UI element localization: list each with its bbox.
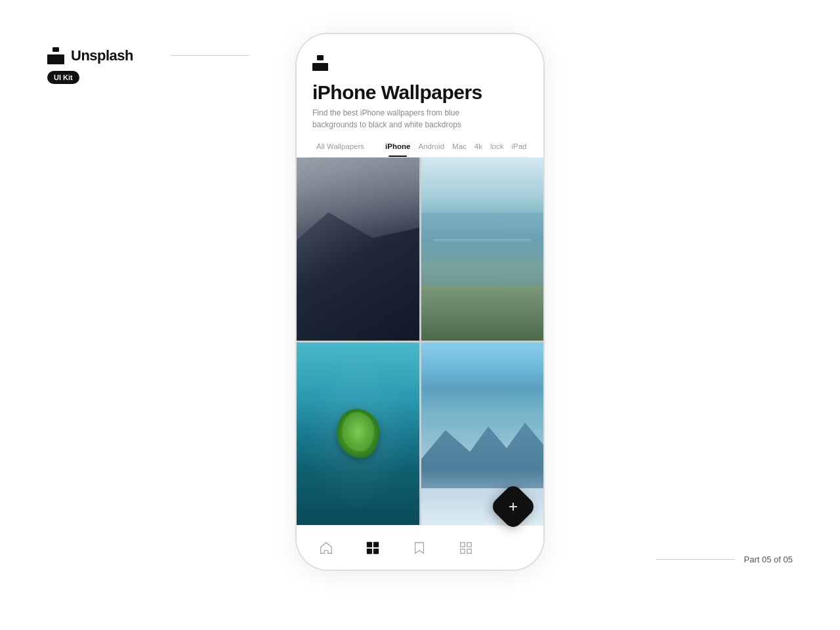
svg-rect-10 <box>461 549 465 553</box>
image-island <box>297 343 419 526</box>
tab-ipad[interactable]: iPad <box>507 142 530 157</box>
grid-cell-building[interactable] <box>297 158 419 341</box>
svg-rect-2 <box>317 55 324 60</box>
image-lake <box>421 158 544 341</box>
svg-rect-1 <box>47 54 64 64</box>
tab-android[interactable]: Android <box>414 142 448 157</box>
phone-container: iPhone Wallpapers Find the best iPhone w… <box>295 33 545 571</box>
nav-grid[interactable] <box>450 532 482 564</box>
svg-rect-4 <box>367 541 372 547</box>
fab-plus-icon: + <box>509 499 518 514</box>
collections-icon <box>366 541 380 555</box>
bottom-nav <box>297 525 543 570</box>
brand-divider <box>171 55 249 56</box>
svg-rect-0 <box>52 47 59 52</box>
image-grid <box>297 158 543 525</box>
svg-rect-6 <box>367 548 372 553</box>
upload-icon <box>312 55 328 71</box>
part-divider <box>656 559 735 560</box>
svg-rect-7 <box>373 548 379 553</box>
part-label-area: Part 05 of 05 <box>656 555 793 564</box>
svg-rect-5 <box>373 541 379 547</box>
phone-screen: iPhone Wallpapers Find the best iPhone w… <box>297 34 543 570</box>
grid-cell-island[interactable] <box>297 343 419 526</box>
nav-collections[interactable] <box>356 532 389 564</box>
tabs-row: All Wallpapers iPhone Android Mac 4k loc… <box>312 142 528 158</box>
unsplash-icon <box>47 47 64 64</box>
grid-cell-lake[interactable] <box>421 158 544 341</box>
svg-rect-9 <box>467 542 471 546</box>
brand-name: Unsplash <box>71 47 133 64</box>
ui-kit-badge: UI Kit <box>47 71 79 84</box>
screen-title: iPhone Wallpapers <box>312 81 528 103</box>
tab-iphone[interactable]: iPhone <box>381 142 414 157</box>
svg-rect-11 <box>467 549 471 553</box>
nav-bookmark[interactable] <box>403 532 436 564</box>
brand-area: Unsplash UI Kit <box>47 47 133 84</box>
screen-header: iPhone Wallpapers Find the best iPhone w… <box>297 34 543 158</box>
tab-mac[interactable]: Mac <box>448 142 471 157</box>
screen-subtitle: Find the best iPhone wallpapers from blu… <box>312 107 528 131</box>
island-shape <box>337 409 379 458</box>
svg-rect-3 <box>312 63 328 71</box>
grid-icon <box>459 541 473 555</box>
home-icon <box>319 541 333 555</box>
tab-lock[interactable]: lock <box>486 142 507 157</box>
phone-frame: iPhone Wallpapers Find the best iPhone w… <box>295 33 545 571</box>
svg-rect-8 <box>461 542 465 546</box>
upload-icon-area <box>312 55 528 74</box>
nav-home[interactable] <box>310 532 343 564</box>
image-building <box>297 158 419 341</box>
brand-logo: Unsplash <box>47 47 133 64</box>
tab-all-wallpapers[interactable]: All Wallpapers <box>312 142 368 157</box>
part-label-text: Part 05 of 05 <box>744 555 793 564</box>
tab-4k[interactable]: 4k <box>471 142 486 157</box>
bookmark-icon <box>412 541 427 555</box>
